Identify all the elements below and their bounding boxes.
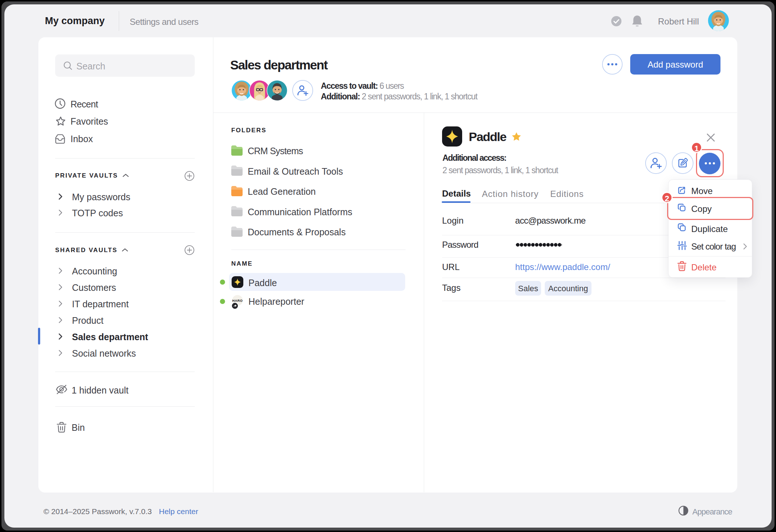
- svg-text:HARO: HARO: [232, 299, 243, 303]
